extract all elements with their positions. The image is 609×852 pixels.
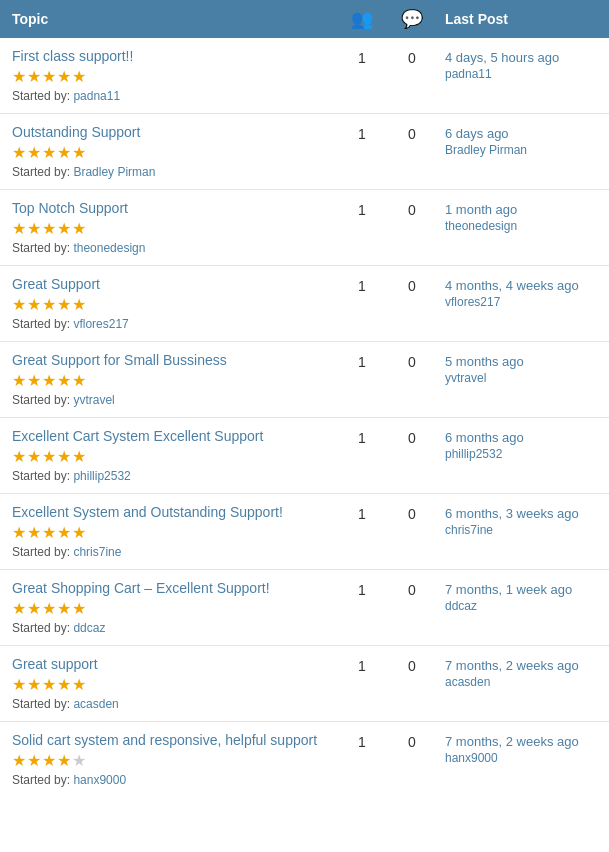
star-rating: ★★★★★ <box>12 67 337 86</box>
star-icon: ★ <box>27 67 41 86</box>
users-count: 1 <box>337 504 387 522</box>
replies-count: 0 <box>387 48 437 66</box>
last-post: 6 days ago Bradley Pirman <box>437 124 597 157</box>
star-icon: ★ <box>57 751 71 770</box>
topic-author: Started by: vflores217 <box>12 317 337 331</box>
last-post: 6 months ago phillip2532 <box>437 428 597 461</box>
topic-main: Outstanding Support ★★★★★ Started by: Br… <box>12 124 337 179</box>
star-rating: ★★★★★ <box>12 219 337 238</box>
star-icon: ★ <box>42 67 56 86</box>
topic-author: Started by: ddcaz <box>12 621 337 635</box>
topic-title[interactable]: Outstanding Support <box>12 124 337 140</box>
last-post-user[interactable]: hanx9000 <box>445 751 498 765</box>
topic-main: Great support ★★★★★ Started by: acasden <box>12 656 337 711</box>
header-lastpost: Last Post <box>437 11 597 27</box>
topic-author: Started by: theonedesign <box>12 241 337 255</box>
star-icon: ★ <box>57 371 71 390</box>
last-post-user[interactable]: Bradley Pirman <box>445 143 527 157</box>
forum-table: Topic 👥 💬 Last Post First class support!… <box>0 0 609 797</box>
author-link[interactable]: Bradley Pirman <box>73 165 155 179</box>
last-post: 1 month ago theonedesign <box>437 200 597 233</box>
star-icon: ★ <box>42 295 56 314</box>
replies-count: 0 <box>387 428 437 446</box>
last-post-time[interactable]: 7 months, 2 weeks ago <box>445 658 597 673</box>
last-post-user[interactable]: padna11 <box>445 67 492 81</box>
rows-container: First class support!! ★★★★★ Started by: … <box>0 38 609 797</box>
users-count: 1 <box>337 200 387 218</box>
author-link[interactable]: ddcaz <box>73 621 105 635</box>
topic-title[interactable]: Top Notch Support <box>12 200 337 216</box>
star-icon: ★ <box>57 67 71 86</box>
last-post-time[interactable]: 6 months ago <box>445 430 597 445</box>
author-link[interactable]: phillip2532 <box>73 469 130 483</box>
last-post-time[interactable]: 7 months, 2 weeks ago <box>445 734 597 749</box>
last-post: 4 days, 5 hours ago padna11 <box>437 48 597 81</box>
topic-title[interactable]: Great support <box>12 656 337 672</box>
last-post-time[interactable]: 4 months, 4 weeks ago <box>445 278 597 293</box>
star-icon: ★ <box>42 143 56 162</box>
star-icon: ★ <box>12 523 26 542</box>
last-post-user[interactable]: chris7ine <box>445 523 493 537</box>
star-icon: ★ <box>12 675 26 694</box>
topic-author: Started by: padna11 <box>12 89 337 103</box>
last-post: 6 months, 3 weeks ago chris7ine <box>437 504 597 537</box>
replies-icon: 💬 <box>401 9 423 29</box>
star-icon: ★ <box>27 751 41 770</box>
replies-count: 0 <box>387 656 437 674</box>
star-icon: ★ <box>42 371 56 390</box>
author-link[interactable]: yvtravel <box>73 393 114 407</box>
table-header: Topic 👥 💬 Last Post <box>0 0 609 38</box>
topic-author: Started by: acasden <box>12 697 337 711</box>
star-icon: ★ <box>72 295 86 314</box>
star-icon: ★ <box>12 447 26 466</box>
last-post-user[interactable]: phillip2532 <box>445 447 502 461</box>
topic-title[interactable]: Excellent System and Outstanding Support… <box>12 504 337 520</box>
replies-count: 0 <box>387 200 437 218</box>
star-icon: ★ <box>57 675 71 694</box>
topic-main: Excellent Cart System Excellent Support … <box>12 428 337 483</box>
last-post: 7 months, 1 week ago ddcaz <box>437 580 597 613</box>
author-link[interactable]: vflores217 <box>73 317 128 331</box>
last-post-time[interactable]: 5 months ago <box>445 354 597 369</box>
star-icon: ★ <box>72 675 86 694</box>
topic-main: Great Shopping Cart – Excellent Support!… <box>12 580 337 635</box>
topic-title[interactable]: Great Support for Small Bussiness <box>12 352 337 368</box>
last-post-user[interactable]: theonedesign <box>445 219 517 233</box>
topic-title[interactable]: Solid cart system and responsive, helpfu… <box>12 732 337 748</box>
users-count: 1 <box>337 656 387 674</box>
last-post-time[interactable]: 7 months, 1 week ago <box>445 582 597 597</box>
last-post-user[interactable]: ddcaz <box>445 599 477 613</box>
author-link[interactable]: padna11 <box>73 89 120 103</box>
star-icon: ★ <box>27 675 41 694</box>
topic-title[interactable]: First class support!! <box>12 48 337 64</box>
topic-title[interactable]: Great Shopping Cart – Excellent Support! <box>12 580 337 596</box>
last-post-time[interactable]: 1 month ago <box>445 202 597 217</box>
last-post-user[interactable]: acasden <box>445 675 490 689</box>
star-icon: ★ <box>27 599 41 618</box>
star-rating: ★★★★★ <box>12 295 337 314</box>
last-post-time[interactable]: 6 days ago <box>445 126 597 141</box>
star-rating: ★★★★★ <box>12 675 337 694</box>
last-post-user[interactable]: yvtravel <box>445 371 486 385</box>
star-icon: ★ <box>72 523 86 542</box>
last-post-time[interactable]: 6 months, 3 weeks ago <box>445 506 597 521</box>
author-link[interactable]: hanx9000 <box>73 773 126 787</box>
star-icon: ★ <box>27 219 41 238</box>
table-row: Great Support ★★★★★ Started by: vflores2… <box>0 266 609 342</box>
topic-title[interactable]: Great Support <box>12 276 337 292</box>
star-rating: ★★★★★ <box>12 447 337 466</box>
star-icon: ★ <box>72 67 86 86</box>
last-post-user[interactable]: vflores217 <box>445 295 500 309</box>
star-icon: ★ <box>57 219 71 238</box>
topic-author: Started by: hanx9000 <box>12 773 337 787</box>
author-link[interactable]: chris7ine <box>73 545 121 559</box>
author-link[interactable]: acasden <box>73 697 118 711</box>
topic-title[interactable]: Excellent Cart System Excellent Support <box>12 428 337 444</box>
author-link[interactable]: theonedesign <box>73 241 145 255</box>
star-icon: ★ <box>57 143 71 162</box>
last-post: 4 months, 4 weeks ago vflores217 <box>437 276 597 309</box>
topic-author: Started by: Bradley Pirman <box>12 165 337 179</box>
star-icon: ★ <box>42 219 56 238</box>
last-post-time[interactable]: 4 days, 5 hours ago <box>445 50 597 65</box>
topic-main: First class support!! ★★★★★ Started by: … <box>12 48 337 103</box>
